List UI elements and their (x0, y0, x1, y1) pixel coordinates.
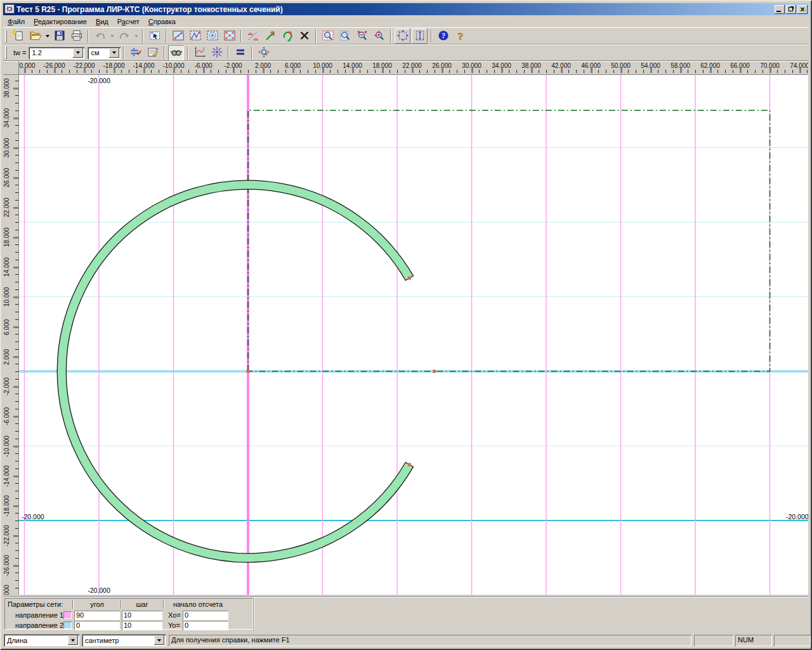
create-polyline-button[interactable] (170, 29, 186, 44)
zoom-window-button[interactable] (320, 29, 336, 44)
close-icon: × (800, 6, 804, 13)
ruler-tick (13, 207, 18, 209)
ruler-tick (509, 70, 509, 73)
new-document-button[interactable] (10, 29, 26, 44)
ruler-tick (628, 70, 629, 73)
chart-curve-button[interactable] (192, 45, 207, 60)
minimize-button[interactable] (775, 5, 785, 14)
print-button[interactable] (69, 29, 84, 44)
move-vector-button[interactable] (262, 29, 278, 44)
combo-arrow-icon[interactable] (109, 48, 119, 58)
assign-thickness-icon (129, 46, 142, 60)
fit-all-icon (396, 29, 409, 43)
save-file-button[interactable] (51, 29, 67, 44)
ruler-tick (15, 282, 18, 282)
menu-item-вид[interactable]: Вид (91, 17, 113, 27)
toolbar-grip[interactable] (5, 46, 7, 59)
fit-all-button[interactable] (395, 29, 410, 44)
equals-icon (234, 46, 247, 60)
combo-arrow-icon[interactable] (154, 635, 164, 645)
delete-button[interactable] (296, 29, 312, 44)
grid-coordinate-label: -20.000 (786, 513, 808, 521)
ruler-tick (613, 70, 614, 73)
ruler-tick (435, 70, 435, 73)
thickness-combobox[interactable]: 1.2 (29, 47, 84, 59)
ruler-label: -30.000 (19, 62, 39, 69)
toolbar-separator (251, 46, 252, 59)
ruler-tick (91, 70, 92, 73)
status-panel-4 (774, 635, 811, 646)
direction-2-angle-input[interactable]: 0 (74, 621, 120, 630)
yo-input[interactable]: 0 (183, 621, 228, 630)
app-window: Тест 5 R25 - Программа ЛИР-КТС (Конструк… (0, 0, 812, 650)
ruler-tick (15, 401, 18, 402)
mirror-button[interactable] (245, 29, 261, 44)
toolbar-grip[interactable] (5, 30, 7, 43)
grid-params-table: Параметры сети: угол шаг начало отсчета … (4, 598, 253, 630)
open-file-dropdown-arrow-icon[interactable] (44, 29, 51, 44)
preview-glasses-button[interactable] (168, 45, 184, 60)
fit-page-button[interactable] (412, 29, 428, 44)
close-button[interactable]: × (797, 5, 808, 14)
open-file-icon (29, 29, 42, 43)
create-circle-button[interactable] (204, 29, 220, 44)
zoom-in-button[interactable] (371, 29, 387, 44)
menu-item-справка[interactable]: Справка (144, 17, 180, 27)
ruler-tick (13, 147, 18, 149)
create-points-button[interactable] (221, 29, 237, 44)
direction-2-step-input[interactable]: 10 (122, 621, 162, 630)
restore-button[interactable] (786, 5, 796, 14)
ruler-label: 18.000 (368, 62, 397, 69)
ruler-tick (15, 468, 18, 469)
ruler-tick (62, 70, 62, 73)
drawing-canvas[interactable]: -20.000-20.000-20.000-20.000 (19, 75, 808, 595)
recalc-view-button[interactable] (256, 45, 272, 60)
ruler-tick (13, 296, 18, 298)
equals-button[interactable] (232, 45, 248, 60)
menu-item-расчет[interactable]: Расчет (113, 17, 144, 27)
ruler-tick (285, 70, 286, 73)
ruler-label: 26.000 (428, 62, 457, 69)
combo-arrow-icon[interactable] (68, 635, 78, 645)
title-bar[interactable]: Тест 5 R25 - Программа ЛИР-КТС (Конструк… (3, 3, 809, 15)
direction-1-angle-input[interactable]: 90 (74, 611, 120, 620)
context-help-button[interactable]: ? (452, 29, 468, 44)
ruler-tick (643, 70, 644, 73)
rotate-button[interactable] (279, 29, 295, 44)
open-file-button[interactable] (27, 29, 43, 44)
status-unit-combobox[interactable]: сантиметр (82, 634, 166, 646)
toolbar-main: ?? (3, 27, 809, 44)
ruler-tick (733, 70, 733, 73)
ruler-tick (554, 70, 554, 73)
save-file-icon (53, 29, 66, 43)
ruler-label: 2.000 (3, 342, 11, 371)
ruler-tick (427, 70, 428, 73)
toolbar-separator (390, 30, 391, 43)
zoom-dynamic-button[interactable] (337, 29, 353, 44)
converge-points-button[interactable] (209, 45, 225, 60)
params-title: Параметры сети: (8, 600, 63, 608)
help-button[interactable]: ? (435, 29, 451, 44)
ruler-tick (13, 326, 18, 328)
quantity-combobox[interactable]: Длина (4, 634, 79, 646)
ruler-label: 26.000 (3, 163, 11, 192)
ruler-tick (15, 371, 18, 372)
ruler-label: -26.000 (40, 62, 69, 69)
status-bar: Длина сантиметр Для получения справки, н… (3, 633, 809, 647)
xo-input[interactable]: 0 (183, 611, 228, 620)
edit-properties-button[interactable] (145, 45, 160, 60)
create-broken-line-button[interactable] (187, 29, 203, 44)
menu-item-файл[interactable]: Файл (3, 17, 29, 27)
select-fragment-button[interactable] (147, 29, 162, 44)
assign-thickness-button[interactable] (128, 45, 143, 60)
unit-combobox[interactable]: см (88, 47, 121, 59)
combo-arrow-icon[interactable] (73, 48, 83, 58)
ruler-tick (15, 125, 18, 126)
ruler-tick (584, 70, 584, 73)
zoom-out-button[interactable] (354, 29, 370, 44)
menu-item-редактирование[interactable]: Редактирование (29, 17, 91, 27)
toolbar-separator (431, 30, 432, 43)
direction-1-step-input[interactable]: 10 (122, 611, 162, 620)
ruler-tick (13, 88, 18, 90)
toolbar-separator (228, 46, 229, 59)
